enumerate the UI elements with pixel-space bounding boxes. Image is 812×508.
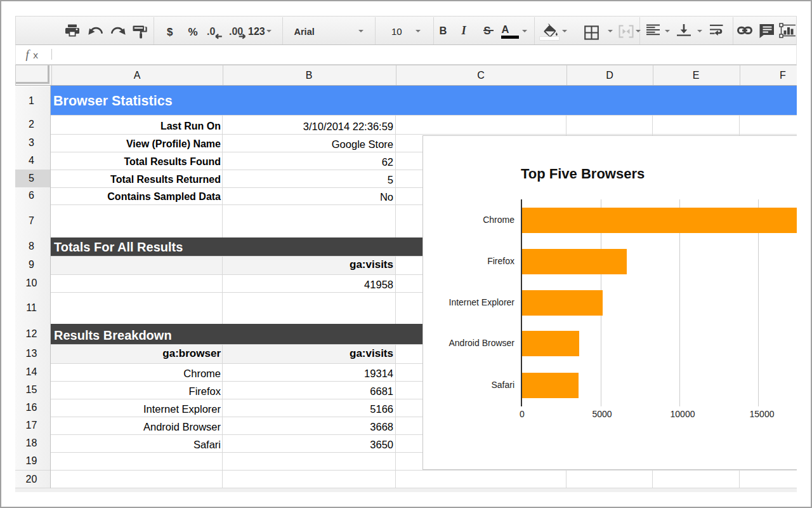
svg-text:.0: .0 [207, 25, 215, 36]
svg-text:.00: .00 [229, 25, 243, 36]
